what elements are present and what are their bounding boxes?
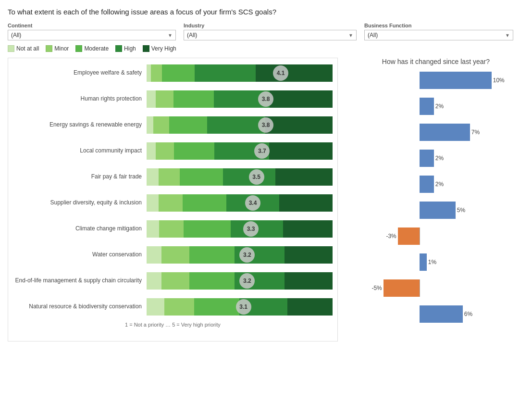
change-label: 10% <box>493 77 505 84</box>
bar-row: Human rights protection3.8 <box>12 88 333 110</box>
change-label: 2% <box>435 103 444 110</box>
right-bar-container: 2% <box>347 98 492 115</box>
right-bar-row: -5% <box>347 277 524 299</box>
legend-item-very-high: Very High <box>143 45 176 52</box>
stacked-bar: 3.4 <box>147 194 333 212</box>
right-bar-container: 2% <box>347 150 492 167</box>
chart-footer: 1 = Not a priority … 5 = Very high prior… <box>8 322 337 328</box>
right-bar-row: 1% <box>347 251 524 273</box>
legend-item-not-at-all: Not at all <box>8 45 39 52</box>
bar-seg-moderate <box>189 272 235 290</box>
bar-seg-minor <box>153 116 169 134</box>
bar-seg-very-high <box>265 116 333 134</box>
bar-seg-not-at-all <box>147 142 156 160</box>
bar-seg-minor <box>164 298 195 316</box>
bar-seg-not-at-all <box>147 298 164 316</box>
bar-seg-very-high <box>279 194 333 212</box>
industry-value: (All) <box>187 32 346 38</box>
left-chart: Employee welfare & safety4.1Human rights… <box>8 58 338 341</box>
bar-label: Supplier diversity, equity & inclusion <box>12 199 147 207</box>
bar-row: Climate change mitigation3.3 <box>12 218 333 240</box>
industry-select[interactable]: (All) ▼ <box>184 30 357 40</box>
bar-seg-very-high <box>275 168 333 186</box>
bar-row: Local community impact3.7 <box>12 140 333 162</box>
bar-area: 4.1 <box>147 64 333 82</box>
industry-label: Industry <box>184 23 357 28</box>
bar-label: Local community impact <box>12 147 147 155</box>
right-bar-row: 7% <box>347 121 524 143</box>
business-select[interactable]: (All) ▼ <box>364 30 513 40</box>
right-bar-row: 5% <box>347 199 524 221</box>
bar-seg-not-at-all <box>147 272 161 290</box>
change-bar <box>420 124 470 141</box>
change-bar <box>420 150 434 167</box>
bar-score-badge: 3.8 <box>258 117 273 133</box>
bar-seg-very-high <box>256 64 332 82</box>
stacked-bar: 3.5 <box>147 168 333 186</box>
legend-label-very-high: Very High <box>151 45 176 52</box>
right-bar-row: 6% <box>347 303 524 325</box>
legend-item-moderate: Moderate <box>75 45 109 52</box>
industry-filter: Industry (All) ▼ <box>184 23 357 40</box>
bar-seg-high <box>195 64 256 82</box>
right-bar-container: -3% <box>347 227 492 245</box>
stacked-bar: 3.7 <box>147 142 333 160</box>
legend-swatch-moderate <box>75 45 82 52</box>
bar-score-badge: 4.1 <box>273 65 288 81</box>
bar-seg-not-at-all <box>147 220 159 238</box>
bar-area: 3.3 <box>147 220 333 238</box>
legend-swatch-not-at-all <box>8 45 14 52</box>
change-bar <box>384 279 420 297</box>
legend-label-moderate: Moderate <box>84 45 109 52</box>
bar-area: 3.2 <box>147 246 333 264</box>
bar-label: Fair pay & fair trade <box>12 173 147 181</box>
change-bar <box>420 305 463 323</box>
bar-row: Energy savings & renewable energy3.8 <box>12 114 333 136</box>
bar-seg-very-high <box>287 298 333 316</box>
bar-seg-not-at-all <box>147 90 156 108</box>
bar-seg-minor <box>161 272 189 290</box>
bar-row: Water conservation3.2 <box>12 244 333 266</box>
bar-label: Human rights protection <box>12 95 147 103</box>
change-bar <box>420 176 434 193</box>
bar-seg-moderate <box>180 168 223 186</box>
legend: Not at allMinorModerateHighVery High <box>8 45 524 52</box>
continent-filter: Continent (All) ▼ <box>8 23 176 40</box>
bar-seg-not-at-all <box>147 194 159 212</box>
bar-seg-moderate <box>184 220 231 238</box>
change-label: 1% <box>428 259 436 265</box>
change-label: -3% <box>386 233 396 240</box>
legend-swatch-minor <box>46 45 52 52</box>
change-bar <box>398 227 420 245</box>
right-bar-row: 2% <box>347 95 524 117</box>
change-label: 6% <box>464 311 472 317</box>
legend-item-minor: Minor <box>46 45 69 52</box>
bar-row: Employee welfare & safety4.1 <box>12 62 333 84</box>
bar-seg-minor <box>161 246 189 264</box>
bar-area: 3.8 <box>147 90 333 108</box>
right-bar-row: 10% <box>347 69 524 91</box>
center-line <box>420 227 420 245</box>
bar-seg-minor <box>156 90 173 108</box>
change-bar <box>420 202 456 219</box>
bar-seg-not-at-all <box>147 116 153 134</box>
continent-label: Continent <box>8 23 176 28</box>
bar-seg-very-high <box>283 220 333 238</box>
filters-row: Continent (All) ▼ Industry (All) ▼ Busin… <box>8 23 524 40</box>
bar-label: Energy savings & renewable energy <box>12 121 147 129</box>
charts-container: Employee welfare & safety4.1Human rights… <box>8 58 524 341</box>
bar-label: Employee welfare & safety <box>12 69 147 77</box>
stacked-bar: 3.1 <box>147 298 333 316</box>
bar-label: End-of-life management & supply chain ci… <box>12 277 147 285</box>
stacked-bar: 3.8 <box>147 90 333 108</box>
continent-select[interactable]: (All) ▼ <box>8 30 176 40</box>
change-label: 7% <box>471 129 480 136</box>
right-chart: How has it changed since last year? 10%2… <box>338 58 524 341</box>
bar-score-badge: 3.8 <box>258 91 273 107</box>
bar-seg-high <box>207 116 265 134</box>
right-bar-row: 2% <box>347 147 524 169</box>
stacked-bar: 4.1 <box>147 64 333 82</box>
change-bar <box>420 98 434 115</box>
bar-score-badge: 3.4 <box>245 195 260 211</box>
page-title: To what extent is each of the following … <box>8 8 524 16</box>
